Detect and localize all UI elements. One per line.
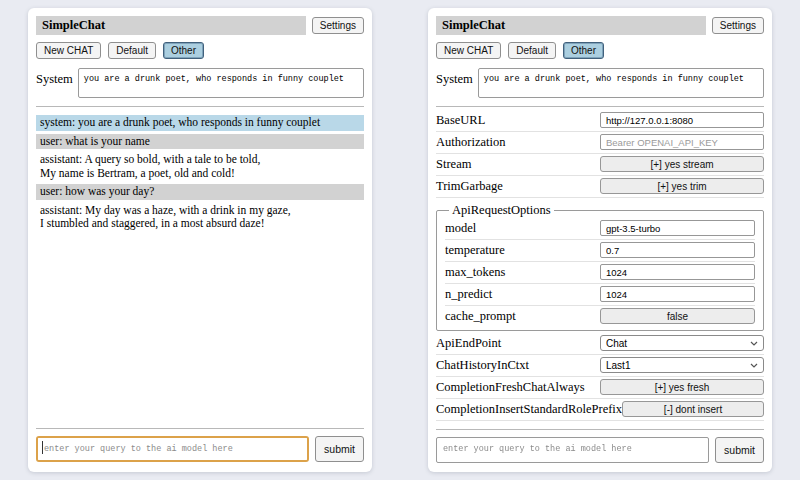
text-cursor [42,441,43,454]
session-other-button[interactable]: Other [163,42,204,59]
chevron-down-icon [750,341,758,346]
api-endpoint-select[interactable]: Chat [600,335,764,351]
header: SimpleChat Settings [36,16,364,35]
divider [436,106,764,107]
chat-message-assistant: assistant: A query so bold, with a tale … [36,152,364,181]
session-buttons: New CHAT Default Other [36,42,364,59]
query-row: submit [436,437,764,463]
authorization-input[interactable] [600,134,764,150]
setting-row-cache-prompt: cache_prompt false [445,306,755,327]
n-predict-label: n_predict [445,287,600,302]
session-default-button[interactable]: Default [108,42,156,59]
chat-history-in-ctxt-label: ChatHistoryInCtxt [436,358,600,373]
app-title: SimpleChat [436,16,706,35]
query-input[interactable] [436,437,709,463]
divider [36,428,364,429]
api-request-options-legend: ApiRequestOptions [449,203,554,218]
setting-row-stream: Stream [+] yes stream [436,154,764,176]
api-endpoint-selected-value: Chat [606,338,627,349]
temperature-label: temperature [445,243,600,258]
system-prompt-input[interactable]: you are a drunk poet, who responds in fu… [78,68,364,98]
query-row: submit [36,436,364,462]
baseurl-label: BaseURL [436,113,600,128]
divider [36,106,364,107]
setting-row-baseurl: BaseURL [436,110,764,132]
submit-button[interactable]: submit [715,437,764,463]
submit-button[interactable]: submit [315,436,364,462]
divider [436,429,764,430]
model-input[interactable] [600,220,755,236]
setting-row-completion-insert-standard-role-prefix: CompletionInsertStandardRolePrefix [-] d… [436,399,764,421]
chevron-down-icon [750,363,758,368]
stream-toggle-button[interactable]: [+] yes stream [600,156,764,172]
completion-insert-toggle-button[interactable]: [-] dont insert [622,401,764,417]
settings-button[interactable]: Settings [712,17,764,34]
query-input-wrap [436,437,709,463]
chat-panel: SimpleChat Settings New CHAT Default Oth… [28,8,372,472]
cache-prompt-toggle-button[interactable]: false [600,308,755,324]
empty-space [36,235,364,420]
setting-row-authorization: Authorization [436,132,764,154]
authorization-label: Authorization [436,135,600,150]
max-tokens-label: max_tokens [445,265,600,280]
setting-row-temperature: temperature [445,240,755,262]
query-input[interactable] [36,436,309,462]
cache-prompt-label: cache_prompt [445,309,600,324]
settings-button[interactable]: Settings [312,17,364,34]
setting-row-chat-history-in-ctxt: ChatHistoryInCtxt Last1 [436,355,764,377]
setting-row-max-tokens: max_tokens [445,262,755,284]
api-endpoint-label: ApiEndPoint [436,336,600,351]
setting-row-model: model [445,218,755,240]
temperature-input[interactable] [600,242,755,258]
app-title: SimpleChat [36,16,306,35]
api-request-options-fieldset: ApiRequestOptions model temperature max_… [436,203,764,331]
session-new-chat-button[interactable]: New CHAT [436,42,501,59]
system-label: System [436,68,473,87]
session-new-chat-button[interactable]: New CHAT [36,42,101,59]
setting-row-api-endpoint: ApiEndPoint Chat [436,333,764,355]
model-label: model [445,221,600,236]
setting-row-trimgarbage: TrimGarbage [+] yes trim [436,176,764,198]
chat-history-selected-value: Last1 [606,360,630,371]
settings-panel: SimpleChat Settings New CHAT Default Oth… [428,8,772,472]
chat-messages: system: you are a drunk poet, who respon… [36,112,364,235]
chat-message-user: user: how was your day? [36,184,364,200]
system-label: System [36,68,73,87]
system-prompt-row: System you are a drunk poet, who respond… [436,68,764,98]
n-predict-input[interactable] [600,286,755,302]
setting-row-completion-fresh-chat-always: CompletionFreshChatAlways [+] yes fresh [436,377,764,399]
max-tokens-input[interactable] [600,264,755,280]
chat-history-in-ctxt-select[interactable]: Last1 [600,357,764,373]
chat-message-user: user: what is your name [36,134,364,150]
system-prompt-input[interactable]: you are a drunk poet, who responds in fu… [478,68,764,98]
stream-label: Stream [436,157,600,172]
session-other-button[interactable]: Other [563,42,604,59]
trimgarbage-label: TrimGarbage [436,179,600,194]
trimgarbage-toggle-button[interactable]: [+] yes trim [600,178,764,194]
completion-fresh-toggle-button[interactable]: [+] yes fresh [600,379,764,395]
baseurl-input[interactable] [600,112,764,128]
completion-fresh-chat-always-label: CompletionFreshChatAlways [436,380,600,395]
chat-message-assistant: assistant: My day was a haze, with a dri… [36,203,364,232]
setting-row-n-predict: n_predict [445,284,755,306]
system-prompt-row: System you are a drunk poet, who respond… [36,68,364,98]
session-buttons: New CHAT Default Other [436,42,764,59]
session-default-button[interactable]: Default [508,42,556,59]
query-input-wrap [36,436,309,462]
completion-insert-standard-role-prefix-label: CompletionInsertStandardRolePrefix [436,402,622,417]
header: SimpleChat Settings [436,16,764,35]
chat-message-system: system: you are a drunk poet, who respon… [36,115,364,131]
